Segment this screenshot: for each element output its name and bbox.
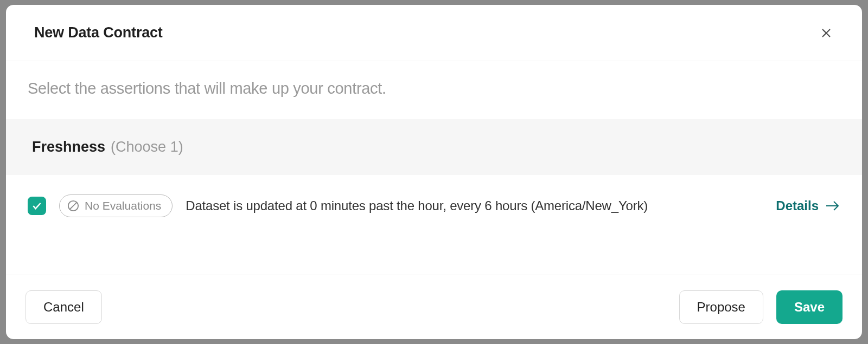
section-title: Freshness [32, 139, 105, 155]
new-data-contract-modal: New Data Contract Select the assertions … [6, 5, 862, 339]
cancel-button[interactable]: Cancel [25, 290, 102, 324]
propose-button[interactable]: Propose [679, 290, 763, 324]
assertion-row: No Evaluations Dataset is updated at 0 m… [6, 175, 862, 237]
modal-description: Select the assertions that will make up … [6, 61, 862, 119]
modal-header: New Data Contract [6, 5, 862, 61]
badge-label: No Evaluations [85, 199, 161, 212]
footer-right: Propose Save [679, 290, 843, 324]
modal-body: Select the assertions that will make up … [6, 61, 862, 275]
svg-line-3 [70, 203, 77, 210]
arrow-right-icon [825, 200, 840, 212]
section-hint: (Choose 1) [111, 139, 183, 155]
no-evaluations-badge: No Evaluations [59, 194, 173, 217]
close-button[interactable] [819, 25, 834, 41]
no-evaluations-icon [67, 200, 79, 212]
modal-footer: Cancel Propose Save [6, 275, 862, 339]
assertion-description: Dataset is updated at 0 minutes past the… [186, 198, 763, 213]
close-icon [820, 27, 833, 40]
assertion-checkbox[interactable] [28, 197, 46, 215]
save-button[interactable]: Save [776, 290, 843, 324]
check-icon [31, 200, 42, 211]
section-header-freshness: Freshness (Choose 1) [6, 119, 862, 175]
details-link[interactable]: Details [776, 198, 840, 213]
details-label: Details [776, 198, 819, 213]
modal-title: New Data Contract [34, 24, 163, 41]
